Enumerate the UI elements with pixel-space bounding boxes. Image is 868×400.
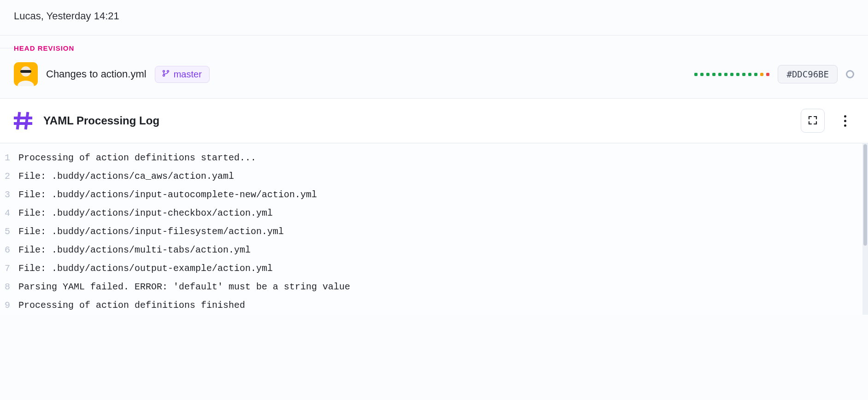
log-panel-title: YAML Processing Log [43,114,159,127]
head-revision-divider: HEAD REVISION [0,35,868,60]
expand-button[interactable] [801,109,825,133]
line-number: 8 [0,278,18,296]
svg-line-7 [26,113,28,128]
svg-point-4 [163,74,164,76]
hash-icon [14,112,32,130]
more-button[interactable] [836,109,854,133]
log-text: Parsing YAML failed. ERROR: 'default' mu… [18,278,350,296]
log-line: 6File: .buddy/actions/multi-tabs/action.… [0,241,868,259]
log-panel-header: YAML Processing Log [0,99,868,143]
commit-title[interactable]: Changes to action.yml [46,68,147,80]
kebab-icon [844,115,846,118]
status-dot [706,73,710,76]
log-line: 3File: .buddy/actions/input-autocomplete… [0,186,868,204]
line-number: 4 [0,204,18,223]
line-number: 9 [0,296,18,315]
status-ring-icon[interactable] [846,70,854,78]
author-text: Lucas, Yesterday 14:21 [14,10,119,22]
svg-line-6 [18,113,19,128]
kebab-icon [844,120,846,122]
kebab-icon [844,124,846,127]
log-text: Processing of action definitions started… [18,149,256,167]
log-line: 7File: .buddy/actions/output-example/act… [0,259,868,278]
avatar[interactable] [14,62,38,86]
log-line: 2File: .buddy/actions/ca_aws/action.yaml [0,167,868,186]
log-text: File: .buddy/actions/multi-tabs/action.y… [18,241,251,259]
scrollbar-thumb[interactable] [863,144,867,246]
log-line: 8Parsing YAML failed. ERROR: 'default' m… [0,278,868,296]
commit-row: Changes to action.yml master #DDC96BE [0,60,868,99]
divider-line [0,48,13,48]
branch-name: master [174,69,202,80]
log-line: 4File: .buddy/actions/input-checkbox/act… [0,204,868,223]
log-text: File: .buddy/actions/output-example/acti… [18,259,273,278]
pipeline-status-dots[interactable] [694,73,769,76]
log-text: File: .buddy/actions/input-autocomplete-… [18,186,317,204]
svg-rect-2 [20,70,31,73]
log-text: File: .buddy/actions/input-filesystem/ac… [18,223,284,241]
commit-sha-pill[interactable]: #DDC96BE [778,65,838,83]
log-line: 1Processing of action definitions starte… [0,149,868,167]
status-dot [766,73,769,76]
log-text: File: .buddy/actions/input-checkbox/acti… [18,204,273,223]
line-number: 2 [0,167,18,186]
status-dot [730,73,733,76]
commit-sha: #DDC96BE [786,69,829,79]
line-number: 6 [0,241,18,259]
log-text: Processing of action definitions finishe… [18,296,245,315]
log-line: 9Processing of action definitions finish… [0,296,868,315]
log-line: 5File: .buddy/actions/input-filesystem/a… [0,223,868,241]
line-number: 3 [0,186,18,204]
branch-icon [162,69,170,80]
status-dot [712,73,716,76]
status-dot [736,73,739,76]
line-number: 7 [0,259,18,278]
line-number: 1 [0,149,18,167]
line-number: 5 [0,223,18,241]
head-revision-label: HEAD REVISION [14,44,79,52]
status-dot [694,73,698,76]
expand-icon [807,115,818,127]
status-dot [760,73,763,76]
status-dot [748,73,751,76]
status-dot [754,73,757,76]
status-dot [718,73,721,76]
author-timestamp: Lucas, Yesterday 14:21 [0,0,868,35]
branch-pill[interactable]: master [155,66,210,83]
status-dot [700,73,704,76]
svg-point-3 [163,70,164,72]
status-dot [724,73,727,76]
log-text: File: .buddy/actions/ca_aws/action.yaml [18,167,234,186]
svg-point-5 [167,70,169,72]
log-body[interactable]: 1Processing of action definitions starte… [0,143,868,315]
status-dot [742,73,745,76]
scrollbar[interactable] [862,143,868,315]
